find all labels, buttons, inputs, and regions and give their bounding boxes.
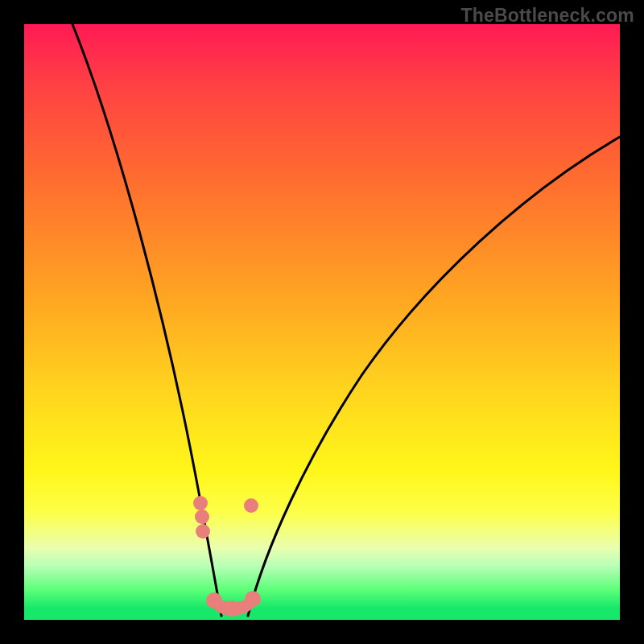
- trough-highlight-cap: [206, 592, 222, 609]
- curve-right-branch: [248, 137, 620, 616]
- chart-frame: TheBottleneck.com: [0, 0, 644, 644]
- highlight-dot: [244, 498, 258, 513]
- highlight-dot: [196, 524, 210, 539]
- curve-overlay: [24, 24, 620, 620]
- watermark-text: TheBottleneck.com: [460, 5, 634, 27]
- trough-highlight-cap: [224, 601, 240, 617]
- highlight-dot: [193, 496, 208, 510]
- gradient-plot-area: [24, 24, 620, 620]
- highlight-dot: [195, 510, 209, 524]
- trough-highlight-cap: [245, 591, 261, 607]
